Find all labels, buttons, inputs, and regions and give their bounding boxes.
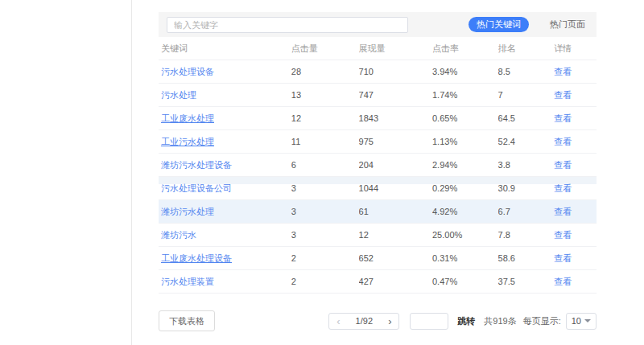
keyword-link[interactable]: 污水处理设备 [159, 66, 291, 78]
download-table-button[interactable]: 下载表格 [159, 310, 215, 331]
header-details: 详情 [554, 43, 597, 55]
view-link[interactable]: 查看 [554, 89, 597, 101]
search-band: 热门关键词 热门页面 [159, 12, 597, 37]
ctr-cell: 0.47% [432, 277, 498, 286]
clicks-cell: 12 [291, 113, 359, 123]
clicks-cell: 11 [291, 137, 359, 146]
keyword-link[interactable]: 污水处理设备公司 [159, 183, 291, 195]
per-page-label: 每页显示: [523, 315, 561, 327]
table-row: 污水处理装置24270.47%37.5查看 [159, 270, 597, 294]
impressions-cell: 975 [359, 137, 432, 146]
view-link[interactable]: 查看 [554, 159, 597, 171]
clicks-cell: 13 [291, 90, 359, 100]
clicks-cell: 2 [291, 253, 359, 263]
table-body: 污水处理设备287103.94%8.5查看污水处理137471.74%7查看工业… [159, 60, 597, 294]
table-row: 潍坊污水处理设备62042.94%3.8查看 [159, 154, 597, 177]
impressions-cell: 710 [359, 67, 432, 76]
keyword-link[interactable]: 潍坊污水 [159, 229, 291, 241]
table-row: 工业废水处理1218430.65%64.5查看 [159, 107, 597, 130]
impressions-cell: 747 [359, 90, 432, 100]
main-content: 热门关键词 热门页面 关键词 点击量 展现量 点击率 排名 详情 污水处理设备2… [159, 12, 597, 331]
pager: ‹ 1/92 › [328, 313, 399, 330]
keyword-link[interactable]: 工业污水处理 [159, 136, 291, 148]
jump-button[interactable]: 跳转 [457, 315, 475, 327]
view-link[interactable]: 查看 [554, 136, 597, 148]
ctr-cell: 0.65% [432, 113, 498, 123]
keyword-link[interactable]: 潍坊污水处理设备 [159, 159, 291, 171]
table-footer: 下载表格 ‹ 1/92 › 跳转 共919条 每页显示: 10 [159, 310, 597, 331]
rank-cell: 37.5 [498, 277, 555, 286]
jump-page-input[interactable] [410, 313, 448, 330]
chevron-left-icon[interactable]: ‹ [329, 314, 347, 329]
table-header: 关键词 点击量 展现量 点击率 排名 详情 [159, 37, 597, 60]
table-row: 工业污水处理119751.13%52.4查看 [159, 130, 597, 154]
keyword-link[interactable]: 工业废水处理设备 [159, 253, 291, 265]
rank-cell: 3.8 [498, 160, 555, 170]
keyword-link[interactable]: 工业废水处理 [159, 113, 291, 125]
view-link[interactable]: 查看 [554, 206, 597, 218]
view-link[interactable]: 查看 [554, 66, 597, 78]
table-row: 潍坊污水31225.00%7.8查看 [159, 224, 597, 247]
per-page-value: 10 [572, 316, 581, 326]
per-page-select[interactable]: 10 [566, 313, 597, 330]
band-tabs: 热门关键词 热门页面 [469, 17, 588, 32]
rank-cell: 64.5 [498, 113, 555, 123]
ctr-cell: 4.92% [432, 207, 498, 216]
clicks-cell: 3 [291, 230, 359, 240]
ctr-cell: 1.74% [432, 90, 498, 100]
caret-down-icon [584, 319, 591, 322]
header-ctr: 点击率 [432, 43, 498, 55]
header-clicks: 点击量 [291, 43, 359, 55]
table-row: 污水处理137471.74%7查看 [159, 84, 597, 107]
impressions-cell: 61 [359, 207, 432, 216]
hot-keywords-button[interactable]: 热门关键词 [469, 17, 529, 32]
left-divider [131, 0, 132, 345]
ctr-cell: 1.13% [432, 137, 498, 146]
page-indicator: 1/92 [347, 316, 381, 326]
rank-cell: 6.7 [498, 207, 555, 216]
hot-pages-tab[interactable]: 热门页面 [550, 18, 588, 31]
clicks-cell: 2 [291, 277, 359, 286]
rank-cell: 30.9 [498, 183, 555, 193]
chevron-right-icon[interactable]: › [381, 314, 398, 329]
impressions-cell: 204 [359, 160, 432, 170]
header-keyword: 关键词 [159, 43, 291, 55]
clicks-cell: 6 [291, 160, 359, 170]
rank-cell: 8.5 [498, 67, 555, 76]
rank-cell: 7 [498, 90, 555, 100]
total-count-label: 共919条 [484, 315, 516, 327]
ctr-cell: 3.94% [432, 67, 498, 76]
ctr-cell: 25.00% [432, 230, 498, 240]
view-link[interactable]: 查看 [554, 183, 597, 195]
table-row: 污水处理设备公司310440.29%30.9查看 [159, 177, 597, 200]
clicks-cell: 3 [291, 183, 359, 193]
table-row: 潍坊污水处理3614.92%6.7查看 [159, 200, 597, 224]
ctr-cell: 2.94% [432, 160, 498, 170]
view-link[interactable]: 查看 [554, 253, 597, 265]
table-row: 污水处理设备287103.94%8.5查看 [159, 60, 597, 84]
impressions-cell: 12 [359, 230, 432, 240]
header-rank: 排名 [498, 43, 555, 55]
ctr-cell: 0.31% [432, 253, 498, 263]
rank-cell: 52.4 [498, 137, 555, 146]
clicks-cell: 28 [291, 67, 359, 76]
impressions-cell: 1843 [359, 113, 432, 123]
view-link[interactable]: 查看 [554, 276, 597, 288]
pagination-area: ‹ 1/92 › 跳转 共919条 每页显示: 10 [328, 313, 597, 330]
impressions-cell: 652 [359, 253, 432, 263]
keyword-search-input[interactable] [167, 17, 408, 33]
keyword-stats-page: 热门关键词 热门页面 关键词 点击量 展现量 点击率 排名 详情 污水处理设备2… [0, 0, 644, 345]
ctr-cell: 0.29% [432, 183, 498, 193]
keyword-link[interactable]: 潍坊污水处理 [159, 206, 291, 218]
rank-cell: 58.6 [498, 253, 555, 263]
keyword-link[interactable]: 污水处理装置 [159, 276, 291, 288]
rank-cell: 7.8 [498, 230, 555, 240]
view-link[interactable]: 查看 [554, 229, 597, 241]
impressions-cell: 1044 [359, 183, 432, 193]
keyword-link[interactable]: 污水处理 [159, 89, 291, 101]
header-impressions: 展现量 [359, 43, 432, 55]
clicks-cell: 3 [291, 207, 359, 216]
impressions-cell: 427 [359, 277, 432, 286]
view-link[interactable]: 查看 [554, 113, 597, 125]
table-row: 工业废水处理设备26520.31%58.6查看 [159, 247, 597, 270]
